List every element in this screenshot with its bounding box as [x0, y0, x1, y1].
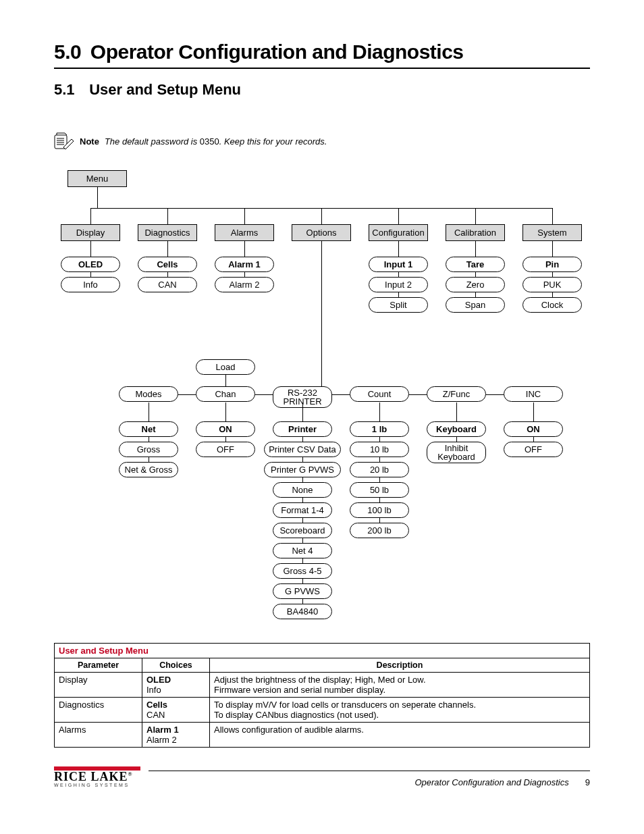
tree-node: Alarm 2 — [215, 277, 274, 292]
tree-node: Net & Gross — [119, 462, 178, 477]
tree-node: 200 lb — [350, 523, 409, 538]
brand-logo: RICE LAKE® WEIGHING SYSTEMS — [54, 766, 140, 787]
tree-node: Alarms — [215, 224, 274, 241]
tree-node: OFF — [504, 442, 563, 457]
cell-choices: Alarm 1Alarm 2 — [142, 723, 210, 748]
tree-node: Span — [446, 297, 505, 313]
tree-node: 50 lb — [350, 482, 409, 498]
cell-description: Allows configuration of audible alarms. — [210, 723, 590, 748]
table-row: DisplayOLEDInfoAdjust the brightness of … — [55, 673, 590, 698]
registered-icon: ® — [128, 771, 133, 777]
cell-choices: OLEDInfo — [142, 673, 210, 698]
h2-number: 5.1 — [54, 81, 85, 99]
tree-node: Display — [61, 224, 120, 241]
tree-node: Input 2 — [369, 277, 428, 292]
tree-node: Options — [292, 224, 351, 241]
tree-node: CAN — [138, 277, 197, 292]
note-callout: Note The default password is 0350. Keep … — [54, 132, 590, 150]
footer-rule — [149, 771, 590, 771]
th-choices: Choices — [142, 658, 210, 673]
h1-number: 5.0 — [54, 41, 85, 63]
tree-node: Printer G PVWS — [264, 462, 341, 477]
cell-description: Adjust the brightness of the display; Hi… — [210, 673, 590, 698]
tree-node: G PVWS — [273, 583, 332, 599]
tree-node: Printer CSV Data — [264, 442, 341, 457]
tree-node: Net — [119, 421, 178, 437]
tree-node: 20 lb — [350, 462, 409, 477]
tree-node: BA4840 — [273, 604, 332, 619]
tree-node: Configuration — [369, 224, 428, 241]
tree-node: ON — [196, 421, 255, 437]
tree-node: Split — [369, 297, 428, 313]
tree-node: Diagnostics — [138, 224, 197, 241]
tree-node: None — [273, 482, 332, 498]
tree-node: Clock — [522, 297, 582, 313]
tree-node: Modes — [119, 386, 178, 402]
cell-parameter: Display — [55, 673, 142, 698]
tree-node: Zero — [446, 277, 505, 292]
tree-node: Count — [350, 386, 409, 402]
cell-parameter: Diagnostics — [55, 698, 142, 723]
tree-node: Pin — [522, 257, 582, 272]
tree-node: Alarm 1 — [215, 257, 274, 272]
cell-choices: CellsCAN — [142, 698, 210, 723]
tree-node: Load — [196, 359, 255, 375]
tree-node: INC — [504, 386, 563, 402]
tree-node: Cells — [138, 257, 197, 272]
table-row: DiagnosticsCellsCANTo display mV/V for l… — [55, 698, 590, 723]
tree-node: Menu — [68, 170, 127, 187]
tree-node: Info — [61, 277, 120, 292]
tree-node: 100 lb — [350, 502, 409, 518]
tree-node: 10 lb — [350, 442, 409, 457]
note-password: 0350 — [200, 136, 219, 147]
table-header-row: Parameter Choices Description — [55, 658, 590, 673]
cell-parameter: Alarms — [55, 723, 142, 748]
footer-section: Operator Configuration and Diagnostics — [414, 777, 568, 787]
h1-title: Operator Configuration and Diagnostics — [90, 41, 464, 63]
note-icon — [54, 132, 74, 150]
tree-node: Gross — [119, 442, 178, 457]
tree-node: Chan — [196, 386, 255, 402]
table-row: AlarmsAlarm 1Alarm 2Allows configuration… — [55, 723, 590, 748]
h2-title: User and Setup Menu — [89, 81, 241, 98]
tree-node: Net 4 — [273, 543, 332, 558]
note-text: The default password is 0350. Keep this … — [105, 136, 327, 147]
tree-node: Scoreboard — [273, 523, 332, 538]
tree-node: Z/Func — [427, 386, 486, 402]
menu-tree: MenuDisplayDiagnosticsAlarmsOptionsConfi… — [54, 170, 590, 629]
table-title: User and Setup Menu — [55, 644, 590, 658]
note-label: Note — [80, 136, 99, 147]
page-footer: RICE LAKE® WEIGHING SYSTEMS Operator Con… — [54, 766, 590, 787]
tree-node: System — [522, 224, 582, 241]
brand-subtitle: WEIGHING SYSTEMS — [54, 783, 140, 787]
tree-node: OFF — [196, 442, 255, 457]
tree-node: Gross 4-5 — [273, 563, 332, 579]
tree-node: Tare — [446, 257, 505, 272]
footer-page: 9 — [585, 777, 590, 787]
heading-rule — [54, 68, 590, 69]
brand-name: RICE LAKE — [54, 770, 128, 783]
footer-right: Operator Configuration and Diagnostics 9 — [414, 777, 590, 787]
user-setup-table: User and Setup Menu Parameter Choices De… — [54, 643, 590, 748]
tree-node: 1 lb — [350, 421, 409, 437]
cell-description: To display mV/V for load cells or transd… — [210, 698, 590, 723]
th-parameter: Parameter — [55, 658, 142, 673]
tree-node: Printer — [273, 421, 332, 437]
tree-node: InhibitKeyboard — [427, 442, 486, 463]
th-description: Description — [210, 658, 590, 673]
tree-node: Calibration — [446, 224, 505, 241]
h1: 5.0 Operator Configuration and Diagnosti… — [54, 41, 590, 63]
tree-node: Keyboard — [427, 421, 486, 437]
tree-node: ON — [504, 421, 563, 437]
tree-node: Input 1 — [369, 257, 428, 272]
h2: 5.1 User and Setup Menu — [54, 81, 590, 99]
note-text-suffix: . Keep this for your records. — [219, 136, 327, 147]
tree-node: Format 1-4 — [273, 502, 332, 518]
note-text-prefix: The default password is — [105, 136, 200, 147]
tree-node: PUK — [522, 277, 582, 292]
tree-node: OLED — [61, 257, 120, 272]
